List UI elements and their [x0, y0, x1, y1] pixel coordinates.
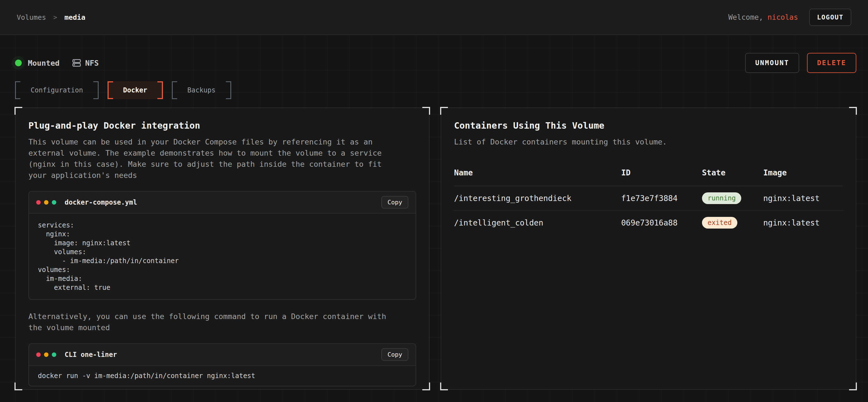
cli-copy-button[interactable]: Copy	[381, 348, 408, 361]
unmount-button[interactable]: UNMOUNT	[745, 53, 799, 73]
traffic-light-green-icon	[52, 353, 56, 357]
traffic-light-red-icon	[36, 200, 41, 205]
corner-bracket-icon	[14, 382, 22, 390]
cli-code-text: docker run -v im-media:/path/in/containe…	[38, 371, 407, 380]
traffic-light-amber-icon	[44, 200, 49, 205]
cli-description: Alternatively, you can use the following…	[28, 311, 402, 333]
cli-filename: CLI one-liner	[65, 351, 117, 359]
table-row: /intelligent_colden 069e73016a88 exited …	[454, 211, 843, 235]
breadcrumb-volumes-link[interactable]: Volumes	[17, 13, 46, 22]
cell-image: nginx:latest	[763, 194, 843, 203]
containers-table-body: /interesting_grothendieck f1e73e7f3884 r…	[454, 186, 843, 235]
containers-panel: Containers Using This Volume List of Doc…	[441, 107, 856, 390]
column-header-id: ID	[621, 168, 702, 177]
docker-panel-title: Plug-and-play Docker integration	[28, 120, 416, 131]
cli-code-header: CLI one-liner Copy	[29, 344, 415, 366]
column-header-state: State	[702, 168, 763, 177]
tab-docker[interactable]: Docker	[107, 81, 163, 99]
docker-integration-panel: Plug-and-play Docker integration This vo…	[15, 107, 430, 390]
welcome-prefix: Welcome,	[728, 13, 768, 22]
corner-bracket-icon	[440, 107, 448, 115]
corner-bracket-icon	[849, 382, 857, 390]
compose-code-header: docker-compose.yml Copy	[29, 192, 415, 213]
cell-state: exited	[702, 217, 763, 229]
corner-bracket-icon	[422, 107, 430, 115]
welcome-text: Welcome, nicolas	[728, 13, 798, 22]
volume-status-row: Mounted NFS UNMOUNT DELETE	[15, 35, 856, 73]
cell-name: /interesting_grothendieck	[454, 194, 621, 203]
tab-backups[interactable]: Backups	[172, 81, 231, 99]
traffic-light-red-icon	[36, 353, 41, 357]
cli-code-block: CLI one-liner Copy docker run -v im-medi…	[28, 343, 416, 387]
delete-button[interactable]: DELETE	[807, 53, 856, 73]
containers-table-header: Name ID State Image	[454, 162, 843, 186]
table-row: /interesting_grothendieck f1e73e7f3884 r…	[454, 186, 843, 211]
compose-code-text: services: nginx: image: nginx:latest vol…	[38, 221, 407, 292]
breadcrumb-separator-icon: >	[53, 14, 57, 21]
corner-bracket-icon	[422, 382, 430, 390]
volume-action-buttons: UNMOUNT DELETE	[745, 53, 856, 73]
cli-code-body: docker run -v im-media:/path/in/containe…	[29, 366, 415, 386]
traffic-light-green-icon	[52, 200, 56, 205]
server-stack-icon	[72, 58, 81, 68]
column-header-name: Name	[454, 168, 621, 177]
username: nicolas	[768, 13, 798, 22]
driver-label: NFS	[85, 59, 99, 67]
traffic-light-amber-icon	[44, 353, 49, 357]
topbar-right: Welcome, nicolas LOGOUT	[728, 9, 851, 26]
state-badge: exited	[702, 217, 737, 229]
tab-bar: Configuration Docker Backups	[15, 81, 856, 99]
mounted-status: Mounted	[15, 59, 60, 67]
docker-panel-description: This volume can be used in your Docker C…	[28, 136, 402, 181]
topbar: Volumes > media Welcome, nicolas LOGOUT	[0, 0, 868, 35]
cell-state: running	[702, 192, 763, 204]
compose-code-block: docker-compose.yml Copy services: nginx:…	[28, 191, 416, 300]
breadcrumb-current-volume: media	[64, 13, 85, 22]
volume-status: Mounted NFS	[15, 58, 99, 68]
containers-panel-title: Containers Using This Volume	[454, 120, 843, 131]
volume-driver: NFS	[72, 58, 99, 68]
column-header-image: Image	[763, 168, 843, 177]
tab-configuration[interactable]: Configuration	[15, 81, 99, 99]
breadcrumb: Volumes > media	[17, 13, 85, 22]
cell-id: f1e73e7f3884	[621, 194, 702, 203]
state-badge: running	[702, 192, 741, 204]
corner-bracket-icon	[849, 107, 857, 115]
corner-bracket-icon	[440, 382, 448, 390]
compose-copy-button[interactable]: Copy	[381, 196, 408, 208]
panels: Plug-and-play Docker integration This vo…	[15, 107, 856, 390]
cell-image: nginx:latest	[763, 218, 843, 228]
cell-id: 069e73016a88	[621, 218, 702, 228]
containers-table: Name ID State Image /interesting_grothen…	[454, 162, 843, 235]
main-content: Mounted NFS UNMOUNT DELETE Configuration…	[0, 35, 868, 402]
mounted-status-label: Mounted	[28, 59, 60, 67]
cell-name: /intelligent_colden	[454, 218, 621, 228]
logout-button[interactable]: LOGOUT	[809, 9, 851, 26]
compose-code-body: services: nginx: image: nginx:latest vol…	[29, 213, 415, 299]
compose-filename: docker-compose.yml	[65, 199, 137, 206]
corner-bracket-icon	[14, 107, 22, 115]
containers-panel-subtitle: List of Docker containers mounting this …	[454, 136, 827, 147]
mounted-status-dot-icon	[15, 60, 22, 66]
